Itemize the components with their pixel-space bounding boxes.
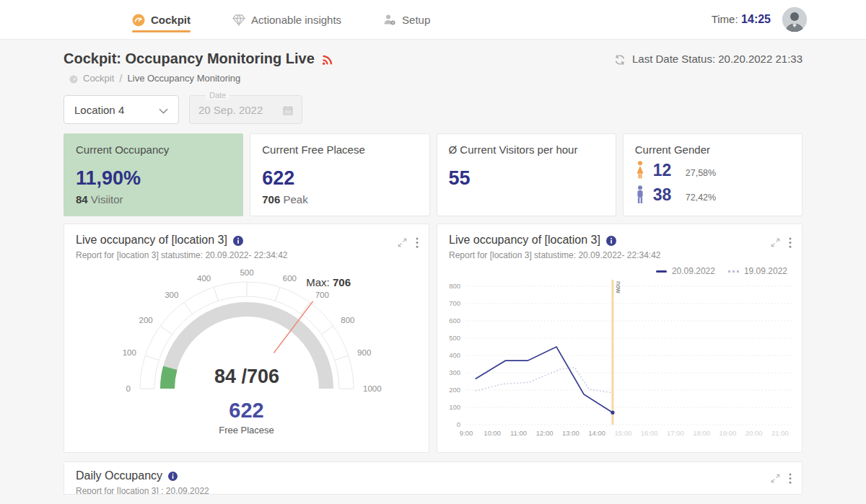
- svg-text:400: 400: [197, 274, 211, 283]
- legend-label: 19.09.2022: [744, 266, 787, 276]
- time-label: Time:: [712, 13, 738, 25]
- male-icon: [635, 185, 645, 205]
- user-gear-icon: [383, 13, 396, 27]
- svg-text:19:00: 19:00: [720, 429, 737, 437]
- svg-text:18:00: 18:00: [693, 429, 710, 437]
- expand-icon[interactable]: [770, 472, 781, 485]
- kpi-subtext: 706 Peak: [262, 193, 417, 205]
- breadcrumb-current: Live Occupancy Monitoring: [128, 73, 241, 84]
- female-icon: [635, 161, 645, 180]
- kpi-card-gender: Current Gender 12 27,58% 38 72,42%: [623, 133, 802, 216]
- svg-text:400: 400: [449, 351, 460, 359]
- panel-title: Live occupancy of [location 3]: [76, 234, 288, 247]
- panel-subtitle: Report for [location 3] : 20.09.2022: [76, 486, 209, 495]
- male-count: 38: [653, 185, 678, 205]
- kpi-card-current-occupancy: Current Occupancy 11,90% 84 Visiitor: [64, 133, 243, 216]
- tab-actionable-insights[interactable]: Actionable insights: [232, 0, 341, 39]
- svg-text:600: 600: [449, 317, 460, 324]
- expand-icon[interactable]: [770, 236, 781, 249]
- kebab-menu-icon[interactable]: [416, 236, 419, 249]
- kpi-title: Current Gender: [635, 143, 790, 156]
- svg-text:15:00: 15:00: [615, 429, 632, 437]
- svg-text:800: 800: [449, 282, 460, 290]
- refresh-icon[interactable]: [614, 52, 626, 65]
- tab-label: Cockpit: [151, 14, 191, 26]
- svg-text:300: 300: [165, 291, 178, 299]
- svg-text:500: 500: [449, 334, 460, 342]
- time-value: 14:25: [741, 13, 771, 25]
- svg-text:300: 300: [449, 368, 460, 376]
- line-chart: 01002003004005006007008009:0010:0011:001…: [437, 276, 802, 443]
- svg-text:21:00: 21:00: [771, 429, 789, 437]
- breadcrumb: Cockpit / Live Occupancy Monitoring: [69, 72, 802, 84]
- info-icon[interactable]: [233, 234, 243, 247]
- svg-text:10:00: 10:00: [484, 429, 501, 437]
- location-select-value: Location 4: [74, 104, 124, 116]
- top-navigation-bar: Cockpit Actionable insights Setup Time: …: [0, 0, 866, 40]
- free-places-value: 622: [64, 399, 429, 423]
- svg-text:100: 100: [122, 348, 136, 357]
- tab-setup[interactable]: Setup: [383, 0, 430, 39]
- user-avatar[interactable]: [782, 7, 807, 32]
- kebab-menu-icon[interactable]: [789, 472, 792, 485]
- breadcrumb-root[interactable]: Cockpit: [83, 73, 114, 84]
- panel-subtitle: Report for [location 3] statustime: 20.0…: [449, 250, 661, 260]
- kpi-value: 622: [262, 167, 417, 190]
- info-icon[interactable]: [606, 234, 616, 247]
- date-field-value: 20 Sep. 2022: [198, 104, 263, 116]
- last-date-status: Last Date Status: 20.20.2022 21:33: [614, 52, 802, 65]
- daily-occupancy-panel: Daily Occupancy Report for [location 3] …: [64, 461, 802, 495]
- kpi-value: 11,90%: [76, 167, 231, 190]
- calendar-icon[interactable]: [283, 103, 293, 116]
- chevron-down-icon: [159, 104, 168, 116]
- legend-item[interactable]: 20.09.2022: [656, 266, 715, 276]
- svg-text:200: 200: [139, 316, 152, 324]
- legend-item[interactable]: 19.09.2022: [728, 266, 787, 276]
- svg-text:800: 800: [341, 316, 354, 324]
- panel-subtitle: Report for [location 3] statustime: 20.0…: [76, 250, 288, 260]
- svg-text:500: 500: [240, 268, 253, 277]
- line-chart-panel: Live occupancy of [location 3] Report fo…: [437, 224, 802, 453]
- svg-text:700: 700: [315, 291, 328, 299]
- expand-icon[interactable]: [397, 236, 408, 249]
- kpi-title: Current Occupancy: [76, 143, 231, 156]
- legend-marker: [656, 270, 667, 273]
- breadcrumb-separator: /: [119, 72, 122, 84]
- gauge-max-label: Max: 706: [306, 276, 351, 288]
- kpi-card-visitors-per-hour: Ø Current Visitors per hour 55: [437, 133, 616, 216]
- panel-title: Live occupancy of [location 3]: [449, 234, 661, 247]
- kpi-value: 55: [449, 167, 604, 190]
- svg-text:13:00: 13:00: [562, 429, 579, 437]
- page-title: Cockpit: Occupancy Monitoring Live: [64, 50, 333, 67]
- svg-text:1000: 1000: [363, 384, 382, 393]
- svg-text:14:00: 14:00: [588, 429, 605, 437]
- svg-text:16:00: 16:00: [641, 429, 658, 437]
- kpi-title: Ø Current Visitors per hour: [449, 143, 604, 156]
- rss-icon[interactable]: [321, 50, 333, 67]
- svg-text:700: 700: [449, 299, 460, 307]
- legend-marker: [728, 270, 739, 273]
- gauge-panel: Live occupancy of [location 3] Report fo…: [64, 224, 429, 453]
- info-icon[interactable]: [168, 469, 178, 482]
- chart-legend: 20.09.2022 19.09.2022: [437, 260, 802, 276]
- svg-text:0: 0: [126, 384, 130, 393]
- date-field-label: Date: [206, 91, 229, 100]
- svg-text:900: 900: [357, 348, 371, 357]
- svg-text:84 /706: 84 /706: [214, 366, 279, 387]
- tab-label: Actionable insights: [251, 14, 341, 26]
- legend-label: 20.09.2022: [672, 266, 715, 276]
- free-places-label: Free Placese: [64, 425, 429, 436]
- svg-text:now: now: [615, 281, 622, 293]
- breadcrumb-gauge-icon: [69, 73, 78, 84]
- tab-cockpit[interactable]: Cockpit: [132, 0, 191, 39]
- female-percent: 27,58%: [686, 164, 716, 178]
- gender-row-female: 12 27,58%: [635, 161, 790, 180]
- kebab-menu-icon[interactable]: [789, 236, 792, 249]
- gauge-tab-icon: [132, 12, 145, 26]
- svg-text:600: 600: [282, 274, 296, 283]
- location-select[interactable]: Location 4: [64, 95, 179, 124]
- date-field[interactable]: Date 20 Sep. 2022: [189, 95, 302, 124]
- male-percent: 72,42%: [686, 188, 716, 203]
- gender-row-male: 38 72,42%: [635, 185, 790, 205]
- svg-text:200: 200: [449, 386, 460, 394]
